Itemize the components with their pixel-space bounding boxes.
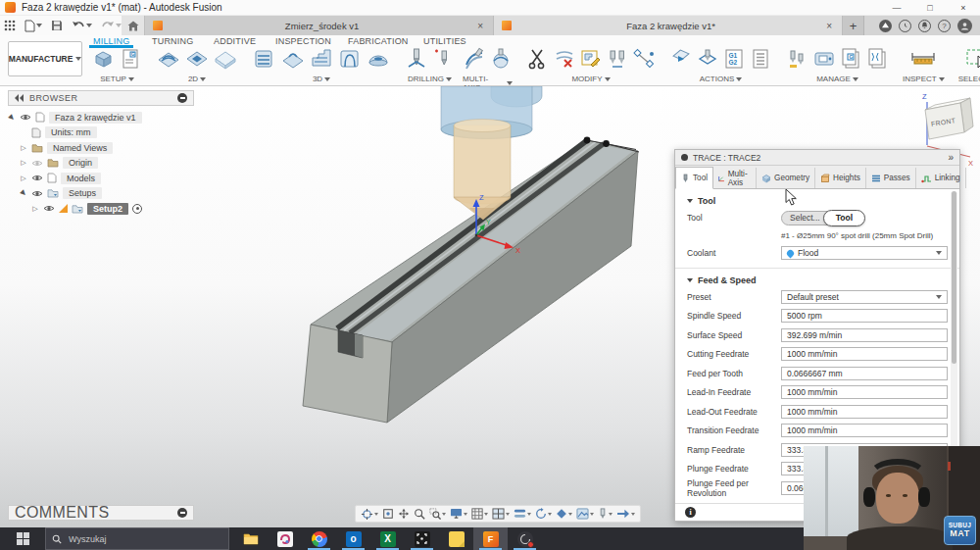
maximize-button[interactable]: □ xyxy=(913,0,947,16)
orbit-icon[interactable] xyxy=(361,508,378,521)
expand-icon[interactable]: ▷ xyxy=(20,159,27,167)
tree-row-units[interactable]: Units: mm xyxy=(8,125,194,141)
drill-icon[interactable] xyxy=(405,47,428,75)
tab-heights[interactable]: Heights xyxy=(815,168,866,188)
tree-item-label[interactable]: Named Views xyxy=(47,142,113,154)
trim-toolpath-icon[interactable] xyxy=(526,47,550,75)
group-label[interactable]: MANAGE xyxy=(816,75,851,83)
simulate-icon[interactable] xyxy=(669,47,693,75)
tab-multi-axis[interactable]: Multi-Axis xyxy=(713,168,757,188)
expand-icon[interactable]: ▷ xyxy=(20,144,27,152)
tree-item-label[interactable]: Origin xyxy=(63,157,98,169)
tool-library-icon[interactable] xyxy=(786,47,809,75)
gcode-icon[interactable]: G1G2 xyxy=(722,47,746,75)
group-label[interactable]: 2D xyxy=(188,75,198,83)
save-icon[interactable] xyxy=(51,20,63,31)
undo-icon[interactable] xyxy=(72,21,92,31)
measure-icon[interactable] xyxy=(909,47,937,75)
feed-per-tooth-input[interactable]: 0.0666667 mm xyxy=(781,367,948,380)
setup-sheet-icon[interactable] xyxy=(749,47,772,75)
tab-linking[interactable]: Linking xyxy=(916,168,966,188)
post-library-icon[interactable]: G xyxy=(839,47,862,75)
tool-display-icon[interactable] xyxy=(598,508,612,520)
delete-passes-icon[interactable] xyxy=(553,47,576,75)
setup-active-radio[interactable] xyxy=(132,204,142,214)
machine-library-icon[interactable] xyxy=(812,47,836,75)
tree-row-setup2[interactable]: ▷ Setup2 xyxy=(8,201,194,217)
zoom-window-icon[interactable] xyxy=(429,508,446,520)
taskbar-excel[interactable]: X xyxy=(370,527,405,550)
taskbar-stickynotes[interactable] xyxy=(439,527,473,550)
tab-tool[interactable]: Tool xyxy=(675,167,713,189)
new-setup-icon[interactable] xyxy=(92,47,116,75)
post-process-icon[interactable] xyxy=(696,47,719,75)
dialog-header[interactable]: TRACE : TRACE2 » xyxy=(675,150,959,166)
eye-icon[interactable] xyxy=(31,189,43,198)
ribbon-tab-turning[interactable]: TURNING xyxy=(152,36,193,46)
group-label[interactable]: 3D xyxy=(313,75,322,83)
tree-item-label-selected[interactable]: Setup2 xyxy=(87,203,128,215)
search-input[interactable] xyxy=(67,533,194,545)
panel-options-icon[interactable] xyxy=(177,508,187,518)
tree-row-origin[interactable]: ▷ Origin xyxy=(8,156,194,172)
new-tab-button[interactable]: + xyxy=(843,16,864,35)
3d-steep-icon[interactable] xyxy=(309,47,334,75)
drill-pattern-icon[interactable] xyxy=(431,47,455,75)
template-library-icon[interactable] xyxy=(865,47,889,75)
eye-icon[interactable] xyxy=(43,204,55,213)
document-tab[interactable]: Zmierz_środek v1 × xyxy=(145,16,494,35)
app-grid-icon[interactable] xyxy=(4,20,16,31)
coolant-select[interactable]: Flood xyxy=(781,246,948,260)
refresh-icon[interactable] xyxy=(535,508,552,520)
job-status-icon[interactable] xyxy=(879,20,892,32)
taskbar-recorder[interactable] xyxy=(508,527,542,550)
edit-points-icon[interactable] xyxy=(632,47,656,75)
taskbar-paint3d[interactable] xyxy=(268,527,302,550)
tree-item-label[interactable]: Units: mm xyxy=(45,126,97,138)
cutting-feedrate-input[interactable]: 1000 mm/min xyxy=(781,347,948,361)
document-tab-active[interactable]: Faza 2 krawędzie v1* × xyxy=(494,16,843,35)
dock-dialog-icon[interactable]: » xyxy=(948,152,954,163)
browser-header[interactable]: BROWSER xyxy=(8,90,194,106)
display-settings-icon[interactable] xyxy=(450,508,467,520)
tool-button[interactable]: Tool xyxy=(823,210,865,226)
ribbon-tab-additive[interactable]: ADDITIVE xyxy=(214,36,256,46)
select-icon[interactable] xyxy=(964,47,980,75)
taskbar-snip[interactable] xyxy=(405,527,439,550)
tool-section-header[interactable]: Tool xyxy=(687,194,948,208)
toolpath-display-icon[interactable] xyxy=(514,508,531,520)
collapse-panel-icon[interactable] xyxy=(15,94,24,102)
group-label[interactable]: SETUP xyxy=(100,75,126,83)
spindle-speed-input[interactable]: 5000 rpm xyxy=(781,309,948,323)
expand-icon[interactable]: ▷ xyxy=(20,175,27,182)
taskbar-search[interactable] xyxy=(45,527,229,550)
info-icon[interactable]: i xyxy=(685,507,696,518)
multiaxis-contour-icon[interactable] xyxy=(489,47,513,75)
group-label[interactable]: INSPECT xyxy=(903,75,937,83)
machine-display-icon[interactable] xyxy=(616,508,635,520)
expand-icon[interactable]: ▷ xyxy=(31,205,39,213)
eye-off-icon[interactable] xyxy=(31,159,43,168)
notifications-bell-icon[interactable] xyxy=(918,20,931,32)
ribbon-tab-fabrication[interactable]: FABRICATION xyxy=(348,36,409,46)
tree-row-setups[interactable]: ▶ Setups xyxy=(8,186,194,202)
eye-icon[interactable] xyxy=(31,174,43,182)
group-label[interactable]: SELECT xyxy=(958,75,980,83)
close-tab-icon[interactable]: × xyxy=(475,21,485,31)
tree-item-label[interactable]: Faza 2 krawędzie v1 xyxy=(49,112,142,124)
group-label[interactable]: ACTIONS xyxy=(700,75,735,83)
workspace-selector[interactable]: MANUFACTURE xyxy=(8,41,82,76)
look-at-icon[interactable] xyxy=(382,508,394,520)
2d-adaptive-icon[interactable] xyxy=(156,47,181,75)
preset-select[interactable]: Default preset xyxy=(781,290,948,304)
tree-row-root[interactable]: ▶ Faza 2 krawędzie v1 xyxy=(8,110,194,125)
redo-icon[interactable] xyxy=(101,21,122,31)
home-view-icon[interactable] xyxy=(122,16,145,35)
tree-item-label[interactable]: Setups xyxy=(63,187,102,199)
eye-icon[interactable] xyxy=(20,113,31,122)
tree-item-label[interactable]: Models xyxy=(61,173,101,184)
transition-feedrate-input[interactable]: 1000 mm/min xyxy=(781,424,948,437)
edit-pattern-icon[interactable] xyxy=(579,47,603,75)
tab-passes[interactable]: Passes xyxy=(866,168,916,188)
swarf-icon[interactable] xyxy=(463,47,486,75)
